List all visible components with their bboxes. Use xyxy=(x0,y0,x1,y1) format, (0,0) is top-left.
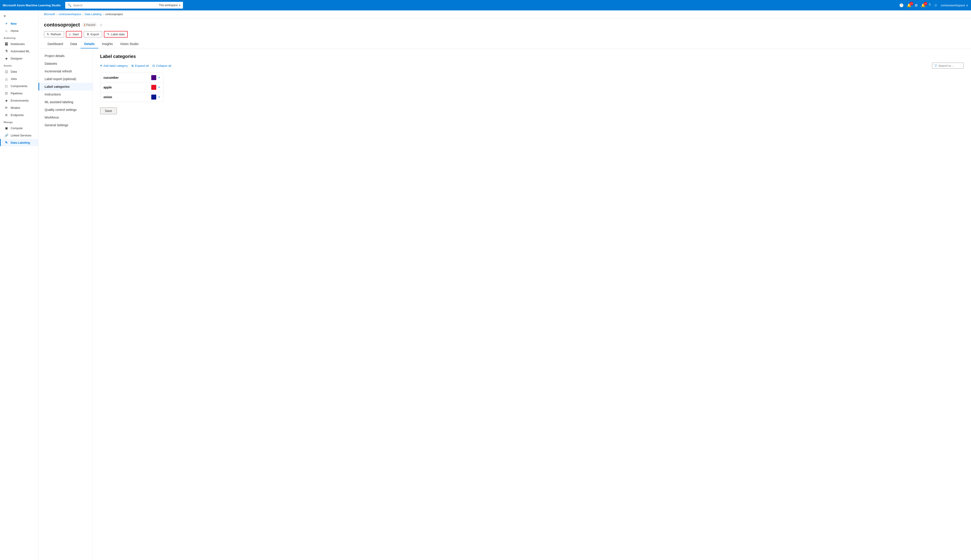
tab-details[interactable]: Details xyxy=(80,40,98,48)
endpoints-icon: ⊘ xyxy=(4,113,8,117)
nav-workforce[interactable]: Workforce xyxy=(38,113,93,121)
sidebar-data-label: Data xyxy=(11,70,17,73)
label-data-icon: ✎ xyxy=(107,33,110,36)
collapse-all-label: Collapse all xyxy=(156,64,171,67)
nav-quality-control[interactable]: Quality control settings xyxy=(38,106,93,113)
username: contosoworkspace xyxy=(941,3,965,7)
breadcrumb-microsoft[interactable]: Microsoft xyxy=(44,13,55,16)
tab-dashboard[interactable]: Dashboard xyxy=(44,40,67,48)
help-icon[interactable]: ? xyxy=(929,3,931,7)
sidebar-item-home[interactable]: ⌂ Home xyxy=(0,27,38,34)
label-actions: + Add label category ⊞ Expand all ⊟ Coll… xyxy=(100,63,964,68)
sidebar-pipelines-label: Pipelines xyxy=(11,92,23,95)
category-search-input[interactable] xyxy=(938,64,961,67)
sidebar-item-jobs[interactable]: △ Jobs xyxy=(0,75,38,82)
manage-section-label: Manage xyxy=(0,118,38,125)
color-swatch-onion[interactable] xyxy=(151,95,156,100)
notebooks-icon: 📓 xyxy=(4,42,8,46)
refresh-button[interactable]: ↻ Refresh xyxy=(44,31,64,37)
breadcrumb-current: contosoproject xyxy=(105,13,123,16)
notifications-badge: 23 xyxy=(910,2,913,5)
label-name-apple: apple xyxy=(104,85,112,89)
label-data-button[interactable]: ✎ Label data xyxy=(104,31,128,38)
search-icon: 🔍 xyxy=(67,3,71,7)
breadcrumb-sep-3: › xyxy=(103,13,104,16)
expand-all-button[interactable]: ⊞ Expand all xyxy=(131,64,149,67)
nav-ml-assisted-labeling[interactable]: ML assisted labeling xyxy=(38,98,93,106)
sidebar-item-notebooks[interactable]: 📓 Notebooks xyxy=(0,40,38,48)
label-category-item-apple: apple + xyxy=(100,83,163,92)
detail-main: Label categories + Add label category ⊞ … xyxy=(93,48,971,560)
sidebar-models-label: Models xyxy=(11,106,20,110)
sidebar-item-pipelines[interactable]: ⊡ Pipelines xyxy=(0,90,38,97)
nav-label-categories[interactable]: Label categories xyxy=(38,83,93,90)
page-title: contosoproject xyxy=(44,22,80,28)
sidebar-item-designer[interactable]: ◈ Designer xyxy=(0,55,38,62)
tab-insights[interactable]: Insights xyxy=(98,40,116,48)
hamburger-menu-button[interactable]: ≡ xyxy=(0,12,38,20)
start-icon: ▷ xyxy=(69,33,71,36)
breadcrumb: Microsoft › contosoworkspace › Data Labe… xyxy=(38,10,971,18)
sidebar-item-models[interactable]: ⟳ Models xyxy=(0,104,38,111)
assets-section-label: Assets xyxy=(0,62,38,68)
user-menu[interactable]: contosoworkspace ∨ xyxy=(941,3,968,7)
breadcrumb-workspace[interactable]: contosoworkspace xyxy=(58,13,81,16)
sidebar-item-new[interactable]: + New xyxy=(0,20,38,27)
detail-nav: Project details Datasets Incremental ref… xyxy=(38,48,93,560)
label-category-item-cucumber: cucumber + xyxy=(100,73,163,83)
sidebar-item-environments[interactable]: ◈ Environments xyxy=(0,97,38,104)
nav-general-settings[interactable]: General Settings xyxy=(38,121,93,129)
nav-instructions[interactable]: Instructions xyxy=(38,90,93,98)
sidebar-item-data-labeling[interactable]: ✎ Data Labeling xyxy=(0,139,38,146)
category-search-box: ▽ xyxy=(932,63,964,68)
tab-vision-studio[interactable]: Vision Studio xyxy=(116,40,142,48)
color-swatch-apple[interactable] xyxy=(151,85,156,90)
export-label: Export xyxy=(90,33,99,36)
nav-project-details[interactable]: Project details xyxy=(38,52,93,60)
designer-icon: ◈ xyxy=(4,57,8,60)
toolbar: ↻ Refresh ▷ Start ⬆ Export ✎ Label data xyxy=(44,31,966,38)
details-layout: Project details Datasets Incremental ref… xyxy=(38,48,971,560)
label-cat-right-onion: + xyxy=(151,95,160,100)
home-icon: ⌂ xyxy=(4,29,8,33)
search-input[interactable] xyxy=(73,3,155,7)
user-face-icon[interactable]: ☺ xyxy=(934,3,938,7)
label-cat-right-apple: + xyxy=(151,85,160,90)
sidebar-new-label: New xyxy=(11,22,17,25)
sidebar-item-linked-services[interactable]: 🔗 Linked Services xyxy=(0,132,38,139)
linked-services-icon: 🔗 xyxy=(4,133,8,137)
start-button[interactable]: ▷ Start xyxy=(66,31,82,38)
scope-chevron-icon: ∨ xyxy=(179,3,181,7)
refresh-icon: ↻ xyxy=(47,33,49,36)
notifications-icon[interactable]: 🔔 23 xyxy=(907,3,911,7)
top-bar-icons: 🕐 🔔 23 ⚙ 🔔 14 ? ☺ contosoworkspace ∨ xyxy=(899,3,968,7)
alerts-icon[interactable]: 🔔 14 xyxy=(921,3,926,7)
collapse-all-button[interactable]: ⊟ Collapse all xyxy=(152,64,171,67)
add-sub-category-cucumber-button[interactable]: + xyxy=(158,76,160,79)
add-sub-category-onion-button[interactable]: + xyxy=(158,95,160,99)
clock-icon[interactable]: 🕐 xyxy=(899,3,904,7)
nav-label-export[interactable]: Label export (optional) xyxy=(38,75,93,83)
sidebar-item-automated-ml[interactable]: ⚗ Automated ML xyxy=(0,48,38,55)
label-name-cucumber: cucumber xyxy=(104,76,119,79)
add-label-category-button[interactable]: + Add label category xyxy=(100,63,128,68)
breadcrumb-data-labeling[interactable]: Data Labeling xyxy=(85,13,102,16)
sidebar-item-compute[interactable]: ▣ Compute xyxy=(0,125,38,132)
add-sub-category-apple-button[interactable]: + xyxy=(158,85,160,89)
status-badge: ℹ Paused xyxy=(82,23,97,27)
settings-icon[interactable]: ⚙ xyxy=(914,3,918,7)
search-scope[interactable]: This workspace ∨ xyxy=(157,3,181,7)
jobs-icon: △ xyxy=(4,77,8,80)
sidebar-item-data[interactable]: ◫ Data xyxy=(0,68,38,75)
export-button[interactable]: ⬆ Export xyxy=(84,31,102,37)
favorite-star-icon[interactable]: ☆ xyxy=(99,23,103,27)
sidebar-item-components[interactable]: ◻ Components xyxy=(0,82,38,90)
sidebar-item-endpoints[interactable]: ⊘ Endpoints xyxy=(0,111,38,118)
color-swatch-cucumber[interactable] xyxy=(151,75,156,80)
save-button[interactable]: Save xyxy=(100,107,117,114)
collapse-icon: ⊟ xyxy=(152,64,155,67)
nav-datasets[interactable]: Datasets xyxy=(38,60,93,67)
tab-data[interactable]: Data xyxy=(67,40,81,48)
nav-incremental-refresh[interactable]: Incremental refresh xyxy=(38,67,93,75)
automated-ml-icon: ⚗ xyxy=(4,49,8,53)
